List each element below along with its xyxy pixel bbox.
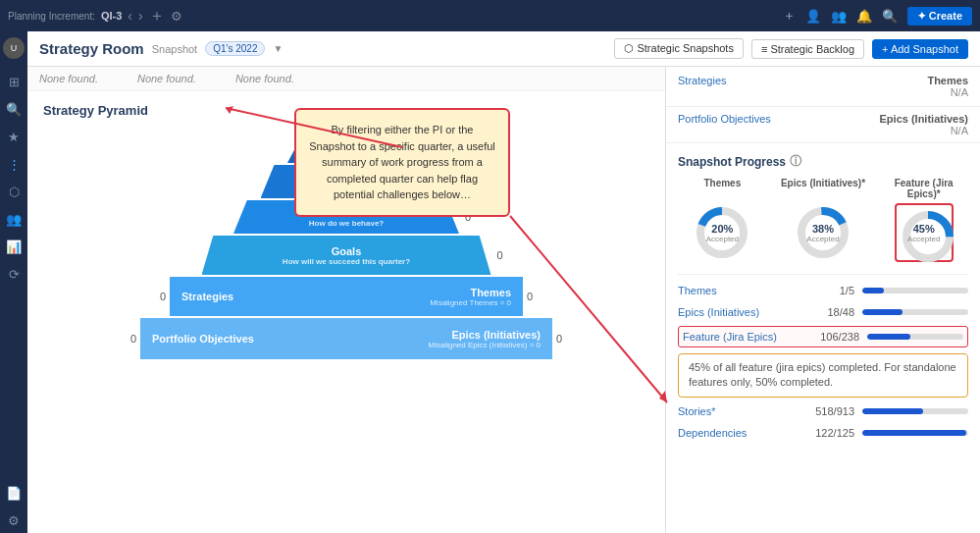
- page-title: Strategy Room: [39, 40, 144, 57]
- strategic-snapshots-button[interactable]: ⬡ Strategic Snapshots: [614, 38, 744, 59]
- sidebar-item-settings-bottom[interactable]: ⚙: [1, 507, 26, 533]
- missions-count: 0: [411, 140, 427, 152]
- sidebar-item-hierarchy[interactable]: ⋮: [1, 151, 26, 177]
- strategies-count-right: 0: [527, 291, 542, 302]
- donut-circles: 20% Accepted 3: [678, 203, 968, 262]
- info-icon[interactable]: ⓘ: [790, 153, 801, 170]
- sidebar-item-search[interactable]: 🔍: [1, 96, 26, 122]
- portfolio-count-left: 0: [121, 333, 136, 345]
- pyramid-block-values[interactable]: Values How do we behave?: [233, 200, 459, 234]
- values-count: 0: [465, 211, 481, 223]
- pyramid-block-missions[interactable]: Missions Why do we exist?: [287, 130, 405, 163]
- pyramid-block-goals[interactable]: Goals How will we succeed this quarter?: [202, 236, 491, 275]
- sidebar-item-teams[interactable]: 👥: [1, 206, 26, 232]
- header-actions: ⬡ Strategic Snapshots ≡ Strategic Backlo…: [614, 38, 968, 59]
- strategic-backlog-button[interactable]: ≡ Strategic Backlog: [751, 39, 864, 59]
- sidebar-item-connections[interactable]: ⟳: [1, 261, 26, 287]
- snapshot-value[interactable]: Q1's 2022: [205, 41, 265, 56]
- bar-dependencies-track: [862, 430, 968, 436]
- bar-epics: Epics (Initiatives) 18/48: [678, 304, 968, 320]
- strategies-count-left: 0: [150, 291, 166, 302]
- feature-col-header: Feature (JiraEpics)*: [879, 178, 968, 199]
- snapshot-label: Snapshot: [152, 43, 197, 55]
- sidebar-item-reports[interactable]: 📊: [1, 234, 26, 259]
- filter-item-1: None found.: [39, 73, 98, 84]
- bar-stories-label[interactable]: Stories*: [678, 405, 796, 417]
- pi-value: QI-3: [101, 10, 122, 22]
- bar-dependencies: Dependencies 122/125: [678, 425, 968, 441]
- pyramid-block-portfolio[interactable]: Portfolio Objectives Epics (Initiatives)…: [140, 318, 552, 359]
- add-snapshot-button[interactable]: + Add Snapshot: [872, 39, 968, 59]
- feature-donut: 45% Accepted: [895, 203, 954, 262]
- sidebar-item-star[interactable]: ★: [1, 124, 26, 149]
- pyramid-row-strategies: 0 Strategies Themes Misaligned Themes = …: [43, 277, 649, 316]
- circles-header: Themes Epics (Initiatives)* Feature (Jir…: [678, 178, 968, 199]
- top-bar-left: Planning Increment: QI-3 ‹ › ＋ ⚙: [8, 6, 182, 27]
- right-panel-stats2: Portfolio Objectives Epics (Initiatives)…: [666, 107, 980, 143]
- bar-feature-fill: [867, 334, 910, 340]
- planning-increment-label: Planning Increment:: [8, 11, 95, 22]
- sidebar-item-org[interactable]: ⬡: [1, 179, 26, 204]
- progress-bars: Themes 1/5 Epics (Initiatives) 18/48: [678, 274, 968, 441]
- epics-stat: Epics (Initiatives) N/A: [828, 113, 968, 136]
- top-bar-right: ＋ 👤 👥 🔔 🔍 ✦ Create: [783, 7, 972, 26]
- team-icon[interactable]: 👥: [831, 9, 847, 24]
- pyramid-row-portfolio: 0 Portfolio Objectives Epics (Initiative…: [43, 318, 649, 359]
- person-icon[interactable]: 👤: [805, 9, 821, 24]
- visions-count: 0: [438, 176, 454, 187]
- filter-item-3: None found.: [235, 73, 294, 84]
- bar-feature-track: [867, 334, 963, 340]
- themes-stat: Themes N/A: [828, 75, 968, 98]
- themes-label: Themes: [828, 75, 968, 86]
- secondary-header: Strategy Room Snapshot Q1's 2022 ▼ ⬡ Str…: [27, 31, 980, 67]
- portfolio-obj-stat: Portfolio Objectives: [678, 113, 818, 136]
- bar-epics-track: [862, 309, 968, 315]
- goals-count: 0: [497, 249, 513, 261]
- pyramid-block-visions[interactable]: Visions What value do we provide?: [261, 165, 433, 198]
- pyramid-title: Strategy Pyramid: [43, 103, 649, 118]
- search-top-icon[interactable]: 🔍: [882, 9, 898, 24]
- strategies-stat: Strategies: [678, 75, 818, 98]
- add-button[interactable]: ＋: [149, 6, 165, 27]
- snapshot-progress-section: Snapshot Progress ⓘ Themes Epics (Initia…: [666, 143, 980, 456]
- settings-button[interactable]: ⚙: [171, 9, 182, 24]
- bar-dependencies-fill: [862, 430, 966, 436]
- sidebar-item-docs[interactable]: 📄: [1, 480, 26, 506]
- strategies-link[interactable]: Strategies: [678, 75, 818, 86]
- add-icon[interactable]: ＋: [783, 7, 796, 25]
- bar-epics-fill: [862, 309, 903, 315]
- right-panel-stats: Strategies Themes N/A: [666, 67, 980, 107]
- sidebar-item-home[interactable]: ⊞: [1, 69, 26, 94]
- bar-epics-label[interactable]: Epics (Initiatives): [678, 306, 796, 318]
- right-panel: Strategies Themes N/A Portfolio Objectiv…: [666, 67, 980, 533]
- bar-themes: Themes 1/5: [678, 283, 968, 298]
- dropdown-icon[interactable]: ▼: [273, 43, 283, 54]
- left-panel: None found. None found. None found. Stra…: [27, 67, 666, 533]
- pyramid-row-values: Values How do we behave? 0: [43, 200, 649, 234]
- pyramid-block-strategies[interactable]: Strategies Themes Misaligned Themes = 0: [170, 277, 523, 316]
- bar-feature-label[interactable]: Feature (Jira Epics): [683, 331, 800, 343]
- pyramid-row-goals: Goals How will we succeed this quarter? …: [43, 236, 649, 275]
- bar-stories: Stories* 518/913: [678, 403, 968, 419]
- portfolio-count-right: 0: [556, 333, 572, 345]
- bar-stories-value: 518/913: [796, 405, 854, 417]
- bar-themes-label[interactable]: Themes: [678, 285, 796, 296]
- user-avatar[interactable]: U: [3, 37, 25, 59]
- epics-value: N/A: [828, 125, 968, 136]
- filter-bar: None found. None found. None found.: [27, 67, 665, 91]
- epics-col-header: Epics (Initiatives)*: [779, 178, 868, 199]
- feature-donut-item: 45% Accepted: [879, 203, 968, 262]
- bar-themes-value: 1/5: [796, 285, 854, 296]
- bell-icon[interactable]: 🔔: [856, 9, 872, 24]
- pyramid-container: Missions Why do we exist? 0 Visions What…: [43, 130, 649, 361]
- nav-back-button[interactable]: ‹: [128, 8, 132, 24]
- bar-feature-value: 106/238: [800, 331, 859, 343]
- portfolio-obj-link[interactable]: Portfolio Objectives: [678, 113, 818, 125]
- themes-value: N/A: [828, 86, 968, 98]
- bar-stories-fill: [862, 408, 923, 414]
- bar-dependencies-label[interactable]: Dependencies: [678, 427, 796, 439]
- snapshot-progress-title: Snapshot Progress ⓘ: [678, 153, 968, 170]
- create-button[interactable]: ✦ Create: [907, 7, 972, 26]
- nav-forward-button[interactable]: ›: [138, 8, 143, 24]
- bar-themes-track: [862, 288, 968, 293]
